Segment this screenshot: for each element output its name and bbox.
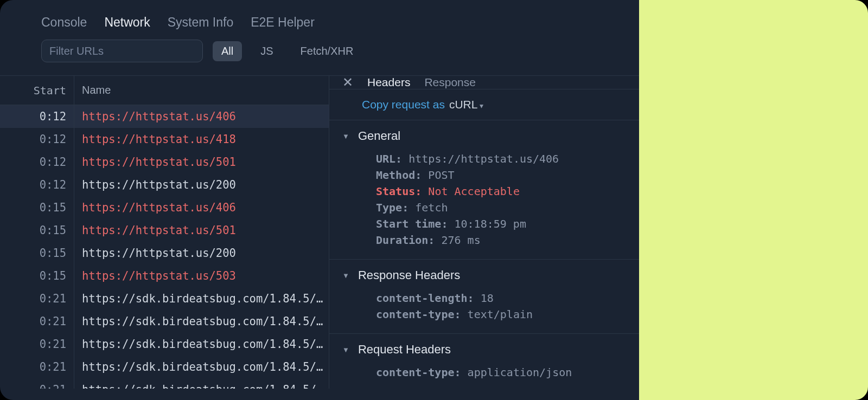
request-url: https://sdk.birdeatsbug.com/1.84.5/Wa…	[74, 315, 329, 328]
request-rows: 0:12https://httpstat.us/4060:12https://h…	[0, 105, 329, 389]
request-list-panel: Start Name 0:12https://httpstat.us/4060:…	[0, 76, 329, 389]
close-icon[interactable]: ✕	[342, 76, 353, 89]
section-toggle-general[interactable]: ▼ General	[342, 129, 626, 143]
request-row[interactable]: 0:15https://httpstat.us/200	[0, 242, 329, 264]
kv-content-length: content-length: 18	[342, 290, 626, 306]
request-row[interactable]: 0:21https://sdk.birdeatsbug.com/1.84.5/W…	[0, 310, 329, 333]
request-url: https://httpstat.us/406	[74, 110, 329, 123]
request-url: https://httpstat.us/501	[74, 156, 329, 169]
request-row[interactable]: 0:21https://sdk.birdeatsbug.com/1.84.5/v…	[0, 378, 329, 389]
request-start-time: 0:15	[0, 196, 74, 219]
request-url: https://httpstat.us/406	[74, 201, 329, 214]
content-split: Start Name 0:12https://httpstat.us/4060:…	[0, 75, 639, 389]
request-row[interactable]: 0:15https://httpstat.us/406	[0, 196, 329, 219]
request-url: https://httpstat.us/418	[74, 133, 329, 146]
request-url: https://httpstat.us/501	[74, 224, 329, 237]
section-toggle-response-headers[interactable]: ▼ Response Headers	[342, 268, 626, 282]
column-header-start[interactable]: Start	[0, 76, 74, 105]
kv-type: Type: fetch	[342, 199, 626, 216]
tab-network[interactable]: Network	[104, 15, 150, 30]
tab-e2e-helper[interactable]: E2E Helper	[251, 15, 315, 30]
section-response-headers: ▼ Response Headers content-length: 18 co…	[329, 260, 639, 334]
kv-start-time: Start time: 10:18:59 pm	[342, 216, 626, 232]
section-title: Response Headers	[358, 268, 460, 282]
request-row[interactable]: 0:12https://httpstat.us/200	[0, 173, 329, 196]
main-tabs: Console Network System Info E2E Helper	[0, 0, 639, 40]
request-row[interactable]: 0:12https://httpstat.us/406	[0, 105, 329, 128]
request-url: https://sdk.birdeatsbug.com/1.84.5/Pr…	[74, 292, 329, 305]
request-url: https://sdk.birdeatsbug.com/1.84.5/ru…	[74, 360, 329, 373]
copy-format-select[interactable]: cURL▾	[449, 98, 484, 111]
filter-chip-all[interactable]: All	[213, 41, 242, 61]
request-row[interactable]: 0:15https://httpstat.us/503	[0, 264, 329, 287]
request-start-time: 0:15	[0, 219, 74, 242]
section-general: ▼ General URL: https://httpstat.us/406 M…	[329, 120, 639, 260]
request-start-time: 0:12	[0, 128, 74, 151]
section-request-headers: ▼ Request Headers content-type: applicat…	[329, 334, 639, 389]
kv-req-content-type: content-type: application/json	[342, 364, 626, 380]
detail-tabs: ✕ Headers Response	[329, 76, 639, 89]
tab-system-info[interactable]: System Info	[168, 15, 233, 30]
tab-headers[interactable]: Headers	[367, 76, 410, 89]
request-start-time: 0:15	[0, 242, 74, 264]
request-row[interactable]: 0:21https://sdk.birdeatsbug.com/1.84.5/_…	[0, 333, 329, 356]
chevron-down-icon: ▾	[480, 101, 483, 110]
section-title: General	[358, 129, 400, 143]
tab-console[interactable]: Console	[41, 15, 87, 30]
filter-chip-js[interactable]: JS	[252, 41, 282, 61]
column-header-name[interactable]: Name	[74, 84, 329, 96]
kv-status: Status: Not Acceptable	[342, 183, 626, 199]
request-row[interactable]: 0:15https://httpstat.us/501	[0, 219, 329, 242]
copy-request-row: Copy request as cURL▾	[329, 89, 639, 120]
request-row[interactable]: 0:21https://sdk.birdeatsbug.com/1.84.5/P…	[0, 287, 329, 310]
request-row[interactable]: 0:12https://httpstat.us/501	[0, 151, 329, 173]
section-title: Request Headers	[358, 343, 451, 357]
request-start-time: 0:12	[0, 105, 74, 128]
copy-request-link[interactable]: Copy request as	[362, 98, 445, 111]
kv-content-type: content-type: text/plain	[342, 306, 626, 322]
request-url: https://sdk.birdeatsbug.com/1.84.5/vu…	[74, 383, 329, 389]
request-start-time: 0:12	[0, 173, 74, 196]
request-start-time: 0:15	[0, 264, 74, 287]
kv-duration: Duration: 276 ms	[342, 232, 626, 248]
request-url: https://httpstat.us/200	[74, 178, 329, 191]
section-toggle-request-headers[interactable]: ▼ Request Headers	[342, 343, 626, 357]
request-url: https://sdk.birdeatsbug.com/1.84.5/_p…	[74, 338, 329, 351]
request-start-time: 0:21	[0, 287, 74, 310]
kv-url: URL: https://httpstat.us/406	[342, 151, 626, 167]
request-start-time: 0:21	[0, 378, 74, 389]
devtools-panel: Console Network System Info E2E Helper A…	[0, 0, 639, 400]
request-start-time: 0:21	[0, 356, 74, 378]
request-start-time: 0:12	[0, 151, 74, 173]
brand-side-panel	[639, 0, 868, 400]
filter-chip-fetch-xhr[interactable]: Fetch/XHR	[292, 41, 362, 61]
request-row[interactable]: 0:21https://sdk.birdeatsbug.com/1.84.5/r…	[0, 356, 329, 378]
request-list-header: Start Name	[0, 76, 329, 105]
triangle-down-icon: ▼	[342, 272, 349, 280]
triangle-down-icon: ▼	[342, 132, 349, 140]
tab-response[interactable]: Response	[424, 76, 476, 89]
kv-method: Method: POST	[342, 167, 626, 183]
request-start-time: 0:21	[0, 333, 74, 356]
filter-bar: All JS Fetch/XHR	[0, 40, 639, 75]
request-url: https://httpstat.us/503	[74, 269, 329, 282]
request-start-time: 0:21	[0, 310, 74, 333]
triangle-down-icon: ▼	[342, 346, 349, 354]
request-row[interactable]: 0:12https://httpstat.us/418	[0, 128, 329, 151]
request-detail-panel: ✕ Headers Response Copy request as cURL▾…	[329, 76, 639, 389]
request-url: https://httpstat.us/200	[74, 247, 329, 260]
filter-url-input[interactable]	[41, 40, 203, 62]
